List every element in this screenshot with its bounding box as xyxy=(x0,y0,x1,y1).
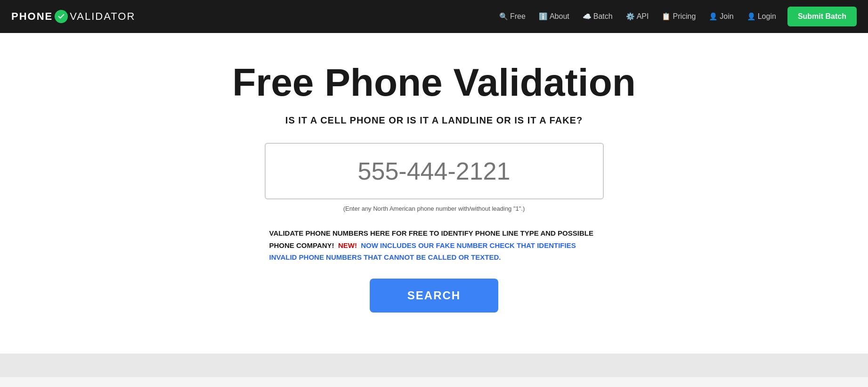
nav-link-login[interactable]: 👤 Login xyxy=(741,8,782,25)
nav-join-label: Join xyxy=(720,12,733,21)
search-button[interactable]: SEARCH xyxy=(370,279,498,313)
cloud-icon: ☁️ xyxy=(583,12,592,21)
page-subtitle: IS IT A CELL PHONE OR IS IT A LANDLINE O… xyxy=(285,115,583,126)
join-icon: 👤 xyxy=(709,12,718,21)
description-block: VALIDATE PHONE NUMBERS HERE FOR FREE TO … xyxy=(269,227,599,263)
submit-batch-button[interactable]: Submit Batch xyxy=(787,7,857,26)
logo-phone-text: PHONE xyxy=(11,10,53,23)
phone-hint: (Enter any North American phone number w… xyxy=(343,205,525,212)
nav-link-pricing[interactable]: 📋 Pricing xyxy=(656,8,701,25)
navbar: PHONE VALIDATOR 🔍 Free ℹ️ About ☁️ Batch… xyxy=(0,0,868,33)
checkmark-icon xyxy=(55,10,68,23)
nav-free-label: Free xyxy=(510,12,526,21)
info-icon: ℹ️ xyxy=(539,12,548,21)
nav-link-batch[interactable]: ☁️ Batch xyxy=(577,8,618,25)
nav-link-about[interactable]: ℹ️ About xyxy=(533,8,575,25)
pricing-icon: 📋 xyxy=(662,12,671,21)
search-icon: 🔍 xyxy=(499,12,508,21)
nav-link-api[interactable]: ⚙️ API xyxy=(620,8,655,25)
description-new-badge: NEW! xyxy=(338,241,357,249)
logo: PHONE VALIDATOR xyxy=(11,10,135,23)
nav-about-label: About xyxy=(550,12,569,21)
nav-link-join[interactable]: 👤 Join xyxy=(703,8,739,25)
phone-input-container xyxy=(265,143,604,199)
nav-link-free[interactable]: 🔍 Free xyxy=(494,8,531,25)
footer-bar xyxy=(0,354,868,377)
phone-input[interactable] xyxy=(265,143,604,199)
gear-icon: ⚙️ xyxy=(626,12,635,21)
nav-batch-label: Batch xyxy=(593,12,613,21)
nav-links: 🔍 Free ℹ️ About ☁️ Batch ⚙️ API 📋 Pricin… xyxy=(494,7,857,26)
nav-pricing-label: Pricing xyxy=(673,12,696,21)
login-icon: 👤 xyxy=(747,12,756,21)
nav-login-label: Login xyxy=(758,12,776,21)
page-title: Free Phone Validation xyxy=(232,61,636,104)
logo-validator-text: VALIDATOR xyxy=(70,10,135,23)
nav-api-label: API xyxy=(637,12,649,21)
main-content: Free Phone Validation IS IT A CELL PHONE… xyxy=(0,33,868,354)
